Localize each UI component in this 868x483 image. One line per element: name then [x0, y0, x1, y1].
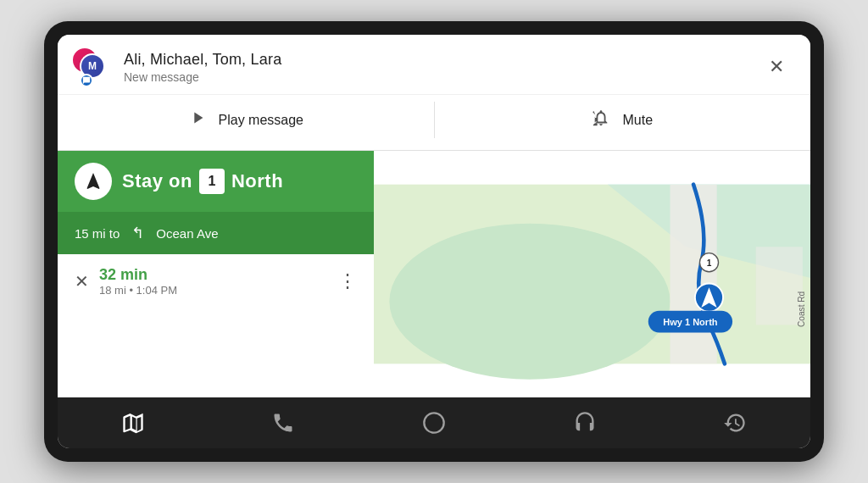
close-navigation-button[interactable]: ✕ — [75, 271, 89, 291]
notification-subtitle: New message — [124, 70, 748, 84]
avatar-group: A M — [71, 47, 112, 87]
trip-distance-eta: 18 mi • 1:04 PM — [99, 284, 338, 297]
road-number-badge: 1 — [199, 169, 225, 194]
notification-header: A M Ali, Michael, Tom, Lara New message … — [58, 35, 810, 94]
play-message-label: Play message — [219, 113, 304, 128]
close-button[interactable]: ✕ — [760, 50, 793, 84]
trip-time: 32 min — [99, 266, 338, 284]
svg-rect-5 — [756, 247, 803, 325]
message-badge — [80, 74, 93, 87]
direction-banner: Stay on 1 North — [58, 151, 374, 212]
next-step-street: Ocean Ave — [156, 226, 218, 241]
notification-text: Ali, Michael, Tom, Lara New message — [124, 51, 748, 84]
notification-panel: A M Ali, Michael, Tom, Lara New message … — [58, 35, 810, 151]
svg-point-3 — [389, 224, 670, 380]
map-area: Stay on 1 North 15 mi to ↰ Ocean Ave ✕ — [58, 151, 810, 397]
device-frame: A M Ali, Michael, Tom, Lara New message … — [44, 21, 824, 462]
nav-item-phone[interactable] — [209, 397, 359, 448]
mute-icon — [592, 108, 610, 131]
map-svg: 1 Hwy 1 North Coast Rd — [374, 151, 810, 397]
svg-rect-4 — [670, 185, 716, 364]
svg-point-13 — [424, 413, 443, 432]
svg-text:Hwy 1 North: Hwy 1 North — [663, 317, 718, 327]
nav-item-maps[interactable] — [58, 397, 209, 448]
mute-button[interactable]: Mute — [434, 102, 811, 138]
play-icon — [188, 108, 207, 131]
map-background[interactable]: 1 Hwy 1 North Coast Rd — [374, 151, 810, 397]
nav-item-audio[interactable] — [509, 397, 660, 448]
road-direction-text: North — [231, 170, 283, 192]
next-step-distance: 15 mi to — [75, 226, 120, 241]
nav-item-home[interactable] — [359, 397, 509, 448]
notification-actions: Play message Mute — [58, 94, 810, 150]
svg-text:1: 1 — [707, 258, 712, 268]
mute-label: Mute — [622, 113, 653, 128]
bottom-nav — [58, 397, 810, 448]
more-options-button[interactable]: ⋮ — [338, 270, 357, 292]
screen: A M Ali, Michael, Tom, Lara New message … — [58, 35, 810, 448]
nav-sidebar: Stay on 1 North 15 mi to ↰ Ocean Ave ✕ — [58, 151, 374, 397]
stay-on-text: Stay on — [122, 170, 192, 192]
notification-title: Ali, Michael, Tom, Lara — [124, 51, 748, 69]
play-message-button[interactable]: Play message — [58, 102, 434, 138]
trip-info: ✕ 32 min 18 mi • 1:04 PM ⋮ — [58, 254, 374, 308]
nav-item-recents[interactable] — [659, 397, 810, 448]
turn-icon: ↰ — [131, 224, 144, 242]
direction-arrow-circle — [75, 163, 112, 200]
trip-details: 32 min 18 mi • 1:04 PM — [99, 266, 338, 297]
svg-text:Coast Rd: Coast Rd — [797, 291, 806, 327]
next-step-banner: 15 mi to ↰ Ocean Ave — [58, 212, 374, 254]
